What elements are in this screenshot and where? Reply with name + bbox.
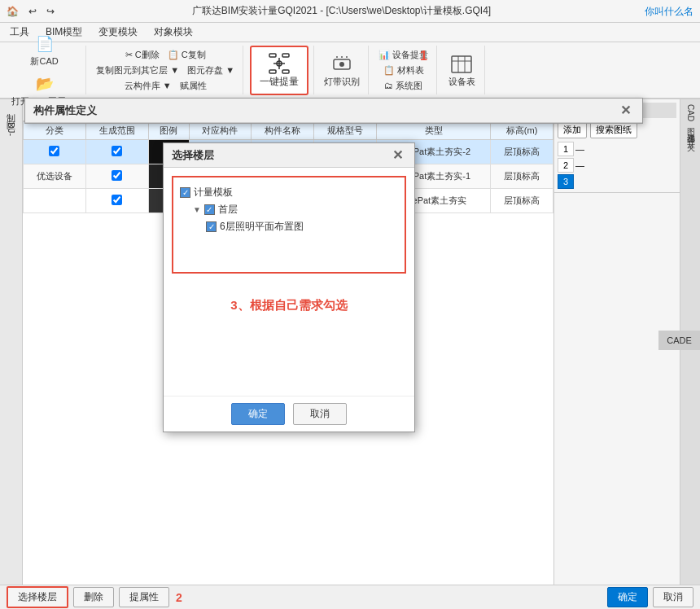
quick-access-undo[interactable]: ↩ <box>28 6 37 17</box>
svg-rect-12 <box>452 56 471 72</box>
light-icon <box>330 53 353 76</box>
assign-prop-btn[interactable]: 赋属性 <box>177 79 210 93</box>
select-layer-dialog-title: 选择楼层 ✕ <box>164 143 414 168</box>
properties-dialog: 构件属性定义 ✕ <box>24 98 643 124</box>
left-panel-label-2[interactable]: 区 <box>3 111 19 117</box>
equip-table-section: 设备表 <box>439 46 485 94</box>
row3-scope-checkbox[interactable] <box>112 195 122 205</box>
checkbox-lighting[interactable] <box>206 221 217 232</box>
svg-point-8 <box>339 62 344 67</box>
num-item-1[interactable]: 1 — <box>558 142 676 156</box>
title-bar: 🏠 ↩ ↪ 广联达BIM安装计量GQI2021 - [C:\Users\we\D… <box>0 0 700 23</box>
light-recognize-button[interactable]: 灯带识别 <box>321 51 363 90</box>
equip-table-button[interactable]: 设备表 <box>444 51 479 90</box>
tree-item-lighting[interactable]: 6层照明平面布置图 <box>180 218 398 235</box>
select-layer-cancel-btn[interactable]: 取消 <box>293 403 347 425</box>
menu-object[interactable]: 对象模块 <box>147 24 199 41</box>
copy-to-layer-btn[interactable]: 复制图元到其它层 ▼ <box>93 64 182 77</box>
tree-item-template[interactable]: 计量模板 <box>180 184 398 201</box>
select-layer-footer: 确定 取消 <box>164 396 414 432</box>
row2-category: 优选设备 <box>24 164 86 189</box>
properties-dialog-title: 构件属性定义 ✕ <box>25 99 642 123</box>
quick-access-redo[interactable]: ↪ <box>46 6 55 17</box>
col-component: 对应构件 <box>189 122 252 140</box>
col-category: 分类 <box>24 122 86 140</box>
window-title: 广联达BIM安装计量GQI2021 - [C:\Users\we\Desktop… <box>55 4 628 18</box>
col-height: 标高(m) <box>491 122 553 140</box>
select-layer-button[interactable]: 选择楼层 <box>7 586 68 608</box>
app-icon: 🏠 <box>7 6 19 17</box>
select-layer-confirm-btn[interactable]: 确定 <box>231 403 285 425</box>
system-diagram-btn[interactable]: 🗂 系统图 <box>381 79 426 93</box>
oneclick-section: 一键提量 <box>245 46 314 94</box>
col-scope: 生成范围 <box>85 122 148 140</box>
row1-height: 层顶标高 <box>491 140 553 164</box>
checkbox-floor[interactable] <box>204 204 215 215</box>
toolbar-badge-1: 1 <box>420 49 427 64</box>
extract-property-button[interactable]: 提属性 <box>119 587 169 607</box>
row1-scope-checkbox[interactable] <box>112 146 122 156</box>
svg-rect-2 <box>282 54 289 57</box>
menu-bar: 工具 BIM模型 变更模块 对象模块 <box>0 23 700 42</box>
main-toolbar: 📄 新CAD 📂 打开CAD图层 ▼ ✂ C删除 📋 C复制 复制图元到其它层 … <box>0 42 700 99</box>
bottom-badge-2: 2 <box>176 591 182 604</box>
toggle-btn[interactable]: 开/关 <box>683 131 698 140</box>
cancel-main-button[interactable]: 取消 <box>653 587 693 607</box>
checkbox-template[interactable] <box>180 187 190 198</box>
row1-checkbox[interactable] <box>49 146 59 156</box>
svg-rect-1 <box>269 70 276 73</box>
delete-btn[interactable]: ✂ C删除 <box>122 48 163 62</box>
tree-label-floor: 首层 <box>218 203 238 217</box>
cloud-lib-btn[interactable]: 云构件库 ▼ <box>121 79 175 93</box>
row2-height: 层顶标高 <box>491 164 553 189</box>
open-cad-icon: 📂 <box>33 72 56 95</box>
select-layer-close-btn[interactable]: ✕ <box>389 147 406 163</box>
add-drawing-btn[interactable]: 添加 <box>558 121 587 138</box>
num-box-3[interactable]: 3 <box>558 174 574 189</box>
left-panel-label-3[interactable]: DJ- <box>5 119 18 139</box>
number-list: 1 — 2 — 3 <box>558 142 676 189</box>
col-name: 构件名称 <box>252 122 314 140</box>
tree-item-floor[interactable]: ▼ 首层 <box>180 201 398 218</box>
cad-section: 📄 新CAD 📂 打开CAD图层 ▼ <box>3 46 86 94</box>
delete-icon: ✂ <box>125 50 133 60</box>
quick-access-toolbar: 🏠 ↩ ↪ <box>7 6 55 17</box>
instruction-text: 3、根据自己需求勾选 <box>172 282 406 330</box>
table2-icon <box>450 53 473 76</box>
new-cad-icon: 📄 <box>33 33 56 55</box>
col-example: 图例 <box>148 122 189 140</box>
select-related-btn[interactable]: 选择相 <box>683 125 698 131</box>
one-click-label: 一键提量 <box>260 75 299 89</box>
one-click-extract-button[interactable]: 一键提量 <box>250 46 308 95</box>
cade-label: CADE <box>658 331 700 350</box>
delete-button[interactable]: 删除 <box>73 587 114 607</box>
cad-view-btn[interactable]: CAD图 <box>683 101 698 125</box>
num-item-3[interactable]: 3 <box>558 174 676 189</box>
material-table-btn[interactable]: 📋 材料表 <box>380 64 427 77</box>
properties-close-btn[interactable]: ✕ <box>617 103 634 118</box>
num-box-1[interactable]: 1 <box>558 142 574 156</box>
copy-icon: 📋 <box>168 50 179 60</box>
copy-btn[interactable]: 📋 C复制 <box>164 48 209 62</box>
select-layer-dialog: 选择楼层 ✕ 计量模板 ▼ 首层 6层照明平面布置图 3、根据自己需求勾选 确定 <box>163 142 415 432</box>
user-info: 你叫什么名 <box>638 0 700 24</box>
bottom-toolbar: 选择楼层 删除 提属性 2 确定 取消 <box>0 585 700 609</box>
col-spec: 规格型号 <box>314 122 377 140</box>
save-element-btn[interactable]: 图元存盘 ▼ <box>184 64 238 77</box>
scan-icon <box>268 52 291 75</box>
tree-label-lighting: 6层照明平面布置图 <box>220 220 304 234</box>
row2-scope-checkbox[interactable] <box>112 170 122 181</box>
confirm-main-button[interactable]: 确定 <box>607 587 648 607</box>
menu-change[interactable]: 变更模块 <box>92 24 144 41</box>
layer-tree-container: 计量模板 ▼ 首层 6层照明平面布置图 <box>172 176 406 274</box>
svg-rect-3 <box>282 70 289 73</box>
tree-arrow-floor[interactable]: ▼ <box>193 205 201 214</box>
num-item-2[interactable]: 2 — <box>558 158 676 173</box>
light-section: 灯带识别 <box>316 46 369 94</box>
col-type: 类型 <box>376 122 490 140</box>
new-cad-button[interactable]: 📄 新CAD <box>27 31 63 69</box>
num-box-2[interactable]: 2 <box>558 158 574 173</box>
system-icon: 🗂 <box>384 81 393 90</box>
tree-label-template: 计量模板 <box>194 186 233 199</box>
search-drawing-btn[interactable]: 搜索图纸 <box>590 121 637 138</box>
